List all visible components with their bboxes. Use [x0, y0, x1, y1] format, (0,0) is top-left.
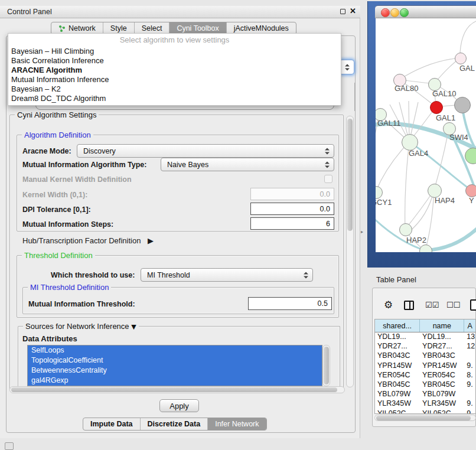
data-attributes-list[interactable]: SelfLoops TopologicalCoefficient Between…	[27, 345, 322, 386]
dropdown-item[interactable]: Bayesian – Hill Climbing	[8, 47, 341, 56]
cell	[464, 351, 475, 361]
deselect-all-checkboxes-icon[interactable]: ☐☐	[446, 301, 460, 309]
table-horizontal-scrollbar[interactable]	[374, 415, 476, 421]
scrollbar-thumb[interactable]	[376, 416, 471, 420]
settings-horizontal-scrollbar[interactable]	[9, 386, 345, 393]
scrollbar-thumb[interactable]	[324, 347, 329, 384]
float-panel-icon[interactable]	[340, 9, 345, 14]
tab-select[interactable]: Select	[135, 22, 170, 34]
cell: 8.	[464, 371, 475, 380]
list-item[interactable]: SelfLoops	[28, 345, 322, 356]
tab-cyni-toolbox-label: Cyni Toolbox	[177, 24, 219, 32]
manual-kernel-label: Manual Kernel Width Definition	[22, 175, 132, 184]
cell: YPR145W	[420, 361, 464, 371]
tab-impute-data[interactable]: Impute Data	[83, 418, 141, 430]
table-row[interactable]: YDL19...YDL19...13	[375, 332, 475, 342]
table-row[interactable]: YBR045CYBR045C9.	[375, 380, 475, 390]
new-table-icon[interactable]	[470, 299, 476, 311]
table-row[interactable]: YIL052CYIL052C9.	[375, 409, 475, 415]
sources-group-title: Sources for Network Inference ▼	[23, 322, 139, 331]
scrollbar-thumb[interactable]	[347, 119, 353, 231]
node-table[interactable]: shared... name A YDL19...YDL19...13 YDR2…	[374, 319, 476, 414]
close-panel-icon[interactable]: ✕	[350, 6, 356, 15]
gear-icon[interactable]: ⚙	[384, 299, 393, 311]
cell: YBR045C	[375, 380, 420, 390]
tab-discretize-data[interactable]: Discretize Data	[141, 418, 208, 430]
dpi-tolerance-input[interactable]	[250, 203, 334, 215]
table-row[interactable]: YER054CYER054C8.	[375, 371, 475, 380]
table-row[interactable]: YBR043CYBR043C	[375, 351, 475, 361]
combo-arrows-icon	[304, 272, 308, 278]
tab-infer-network[interactable]: Infer Network	[208, 418, 266, 430]
apply-button[interactable]: Apply	[159, 399, 199, 412]
network-tab-icon	[58, 25, 66, 32]
window-minimize-button[interactable]	[390, 8, 399, 17]
aracne-mode-combobox[interactable]: Discovery	[77, 144, 334, 158]
window-zoom-button[interactable]	[400, 8, 409, 17]
cell: 9.	[464, 380, 475, 390]
cell: YDR27...	[420, 342, 464, 351]
dropdown-item[interactable]: Dream8 DC_TDC Algorithm	[8, 94, 341, 103]
manual-kernel-checkbox[interactable]	[324, 175, 332, 183]
cell: 9.	[464, 399, 475, 409]
cell: YBR045C	[420, 380, 464, 390]
tab-select-label: Select	[142, 24, 162, 32]
select-all-checkboxes-icon[interactable]: ☑☑	[425, 301, 439, 309]
hub-definition-header[interactable]: Hub/Transcription Factor Definition ▶	[22, 236, 154, 245]
table-row[interactable]: YPR145WYPR145W9.	[375, 361, 475, 371]
node-label: Y	[469, 196, 474, 205]
mi-threshold-input[interactable]	[248, 297, 332, 310]
dropdown-item[interactable]: Mutual Information Inference	[8, 75, 341, 84]
algorithm-combobox-fragment[interactable]	[341, 60, 354, 74]
column-header-shared[interactable]: shared...	[375, 319, 420, 332]
attribute-list-scrollbar[interactable]	[322, 345, 330, 386]
cell: YBR043C	[420, 351, 464, 361]
column-header-name[interactable]: name	[420, 319, 464, 332]
network-node-gal4[interactable]	[402, 134, 418, 151]
scrollbar-thumb[interactable]	[11, 387, 337, 392]
network-window-titlebar[interactable]	[375, 5, 476, 18]
tab-impute-label: Impute Data	[90, 420, 133, 428]
table-row[interactable]: YLR345WYLR345W9.	[375, 399, 475, 409]
network-node-gal-top[interactable]	[455, 53, 467, 64]
list-item[interactable]: gal4RGexp	[28, 376, 322, 386]
window-close-button[interactable]	[381, 8, 390, 17]
network-node-gal1[interactable]	[430, 101, 443, 114]
network-node-hap2[interactable]	[399, 223, 412, 236]
table-panel-title: Table Panel	[376, 275, 416, 284]
cyni-bottom-tabbar: Impute Data Discretize Data Infer Networ…	[83, 418, 267, 431]
expand-right-icon: ▶	[148, 236, 154, 245]
algorithm-definition-title: Algorithm Definition	[22, 131, 93, 139]
mi-type-combobox[interactable]: Naive Bayes	[161, 158, 334, 171]
which-threshold-value: MI Threshold	[147, 271, 190, 279]
mi-type-label: Mutual Information Algorithm Type:	[22, 161, 146, 169]
list-item[interactable]: TopologicalCoefficient	[28, 356, 322, 366]
network-node-salmon[interactable]	[465, 184, 476, 197]
dropdown-item-highlighted[interactable]: ARACNE Algorithm	[8, 66, 341, 75]
list-item[interactable]: BetweennessCentrality	[28, 366, 322, 376]
network-canvas[interactable]: GAL GAL80 GAL10 GAL1 GAL11 SWI4 GAL4 GCY…	[376, 18, 476, 252]
dropdown-item[interactable]: Basic Correlation Inference	[8, 56, 341, 66]
data-attributes-label: Data Attributes	[22, 334, 77, 343]
settings-vertical-scrollbar[interactable]	[346, 116, 354, 387]
dropdown-item[interactable]: Bayesian – K2	[8, 84, 341, 94]
column-header-partial[interactable]: A	[464, 319, 475, 332]
cell: YPR145W	[375, 361, 420, 371]
node-label: HAP4	[435, 196, 455, 205]
tab-style[interactable]: Style	[103, 22, 135, 34]
kernel-width-label: Kernel Width (0,1):	[22, 191, 87, 199]
table-row[interactable]: YDR27...YDR27...12	[375, 342, 475, 351]
which-threshold-combobox[interactable]: MI Threshold	[141, 268, 313, 282]
kernel-width-input[interactable]	[250, 188, 334, 200]
splitter-handle-icon[interactable]: ▸	[361, 229, 363, 234]
cell: YDL19...	[375, 332, 420, 342]
tab-jactivemnodules[interactable]: jActiveMNodules	[227, 22, 296, 34]
component-grid-icon[interactable]	[5, 442, 14, 450]
control-panel-title: Control Panel	[7, 8, 52, 16]
tab-cyni-toolbox[interactable]: Cyni Toolbox	[169, 22, 226, 34]
tab-network[interactable]: Network	[51, 22, 103, 34]
network-node-gray[interactable]	[454, 97, 471, 113]
column-layout-icon[interactable]	[404, 301, 414, 310]
mi-steps-input[interactable]	[250, 217, 334, 230]
table-row[interactable]: YBL079WYBL079W	[375, 390, 475, 399]
